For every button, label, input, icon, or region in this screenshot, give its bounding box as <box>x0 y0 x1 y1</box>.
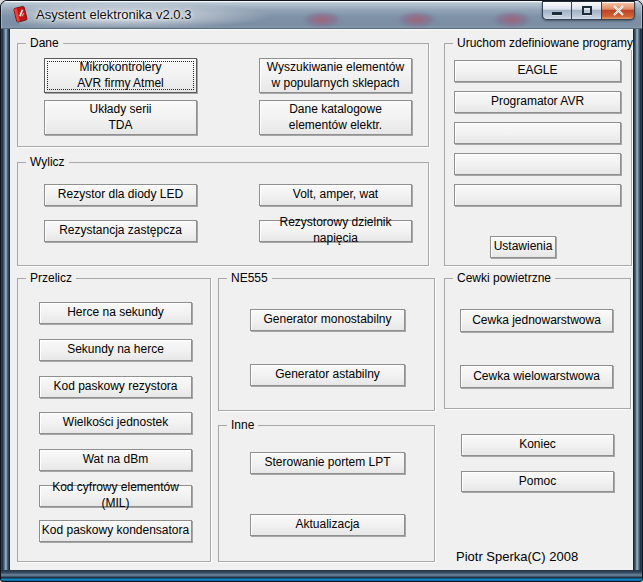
uklady-serii-tda-button[interactable]: Układy serii TDA <box>44 100 197 135</box>
wielkosci-jednostek-button[interactable]: Wielkości jednostek <box>39 412 192 434</box>
programator-avr-button[interactable]: Programator AVR <box>454 91 621 113</box>
group-uruchom-programy-label: Uruchom zdefiniowane programy <box>453 36 637 50</box>
group-przelicz-label: Przelicz <box>26 271 76 285</box>
pomoc-button[interactable]: Pomoc <box>461 471 614 492</box>
sekundy-na-herce-button[interactable]: Sekundy na herce <box>39 339 192 361</box>
kod-paskowy-kondensatora-button[interactable]: Kod paskowy kondensatora <box>39 520 192 542</box>
group-wylicz-label: Wylicz <box>26 155 69 169</box>
koniec-button[interactable]: Koniec <box>461 434 614 456</box>
eagle-button[interactable]: EAGLE <box>454 60 621 82</box>
group-inne: Inne Sterowanie portem LPT Aktualizacja <box>218 425 435 562</box>
custom-program-button-3[interactable] <box>454 184 621 206</box>
custom-program-button-1[interactable] <box>454 122 621 144</box>
ustawienia-button[interactable]: Ustawienia <box>490 236 556 258</box>
group-cewki-powietrzne: Cewki powietrzne Cewka jednowarstwowa Ce… <box>444 278 631 409</box>
minimize-button[interactable] <box>542 1 572 20</box>
group-ne555: NE555 Generator monostabilny Generator a… <box>218 278 435 411</box>
wyszukiwanie-elementow-button[interactable]: Wyszukiwanie elementów w popularnych skl… <box>259 58 412 93</box>
aktualizacja-button[interactable]: Aktualizacja <box>250 514 405 536</box>
window-controls <box>542 1 635 20</box>
herce-na-sekundy-button[interactable]: Herce na sekundy <box>39 302 192 324</box>
titlebar-glass-reflection <box>494 12 530 27</box>
custom-program-button-2[interactable] <box>454 153 621 175</box>
close-icon <box>612 5 625 16</box>
sterowanie-portem-lpt-button[interactable]: Sterowanie portem LPT <box>250 452 405 474</box>
window-frame-left <box>1 29 10 581</box>
window-frame-right <box>633 29 642 581</box>
copyright-text: Piotr Sperka(C) 2008 <box>456 549 578 564</box>
dane-katalogowe-button[interactable]: Dane katalogowe elementów elektr. <box>259 100 412 135</box>
window-frame-bottom <box>1 570 642 581</box>
client-area: Dane Mikrokontrolery AVR firmy Atmel Ukł… <box>10 29 635 572</box>
titlebar-glass-reflection <box>304 12 340 27</box>
generator-astabilny-button[interactable]: Generator astabilny <box>250 364 405 386</box>
window-title: Asystent elektronika v2.0.3 <box>36 7 191 22</box>
cewka-jednowarstwowa-button[interactable]: Cewka jednowarstwowa <box>460 309 613 332</box>
close-button[interactable] <box>602 1 635 20</box>
cewka-wielowarstwowa-button[interactable]: Cewka wielowarstwowa <box>460 365 613 388</box>
kod-cyfrowy-elementow-mil-button[interactable]: Kod cyfrowy elementów (MIL) <box>39 485 192 507</box>
mikrokontrolery-avr-button[interactable]: Mikrokontrolery AVR firmy Atmel <box>44 58 197 93</box>
kod-paskowy-rezystora-button[interactable]: Kod paskowy rezystora <box>39 376 192 398</box>
red-book-app-icon <box>12 6 29 23</box>
group-przelicz: Przelicz Herce na sekundy Sekundy na her… <box>17 278 211 562</box>
maximize-button[interactable] <box>572 1 602 20</box>
wat-na-dbm-button[interactable]: Wat na dBm <box>39 449 192 471</box>
titlebar-glass-reflection <box>399 12 435 27</box>
titlebar: Asystent elektronika v2.0.3 <box>1 1 642 29</box>
group-ne555-label: NE555 <box>227 271 272 285</box>
group-dane-label: Dane <box>26 36 63 50</box>
rezystorowy-dzielnik-napiecia-button[interactable]: Rezystorowy dzielnik napięcia <box>259 220 412 242</box>
generator-monostabilny-button[interactable]: Generator monostabilny <box>250 309 405 331</box>
volt-amper-wat-button[interactable]: Volt, amper, wat <box>259 184 412 206</box>
group-dane: Dane Mikrokontrolery AVR firmy Atmel Ukł… <box>17 43 429 147</box>
group-uruchom-programy: Uruchom zdefiniowane programy EAGLE Prog… <box>444 43 632 266</box>
rezystancja-zastepcza-button[interactable]: Rezystancja zastępcza <box>44 220 197 242</box>
app-window: Asystent elektronika v2.0.3 Dane Mikroko… <box>0 0 643 582</box>
group-inne-label: Inne <box>227 418 258 432</box>
group-cewki-powietrzne-label: Cewki powietrzne <box>453 271 555 285</box>
minimize-icon <box>552 12 562 15</box>
maximize-icon <box>582 6 592 15</box>
group-wylicz: Wylicz Rezystor dla diody LED Rezystancj… <box>17 162 429 266</box>
rezystor-dla-diody-led-button[interactable]: Rezystor dla diody LED <box>44 184 197 206</box>
